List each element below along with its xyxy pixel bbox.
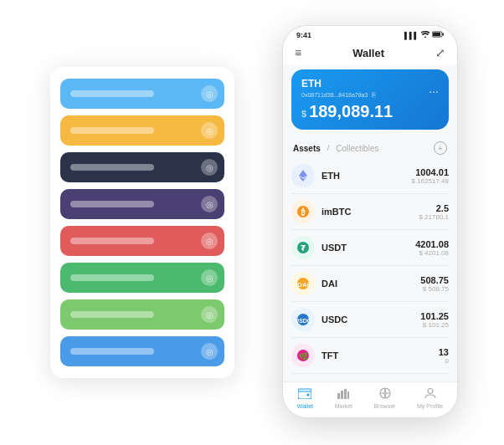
asset-item-eth[interactable]: ETH 1004.01 $ 162517.48 (291, 158, 449, 194)
tft-asset-name: TFT (321, 350, 439, 361)
svg-rect-19 (341, 391, 343, 399)
asset-list: ETH 1004.01 $ 162517.48 ₿ imBTC 2.5 $ 21… (283, 158, 457, 381)
bg-card-6: ◎ (60, 299, 224, 330)
imbtc-asset-name: imBTC (321, 207, 419, 217)
tft-asset-icon: 🌿 (291, 344, 315, 367)
imbtc-asset-amount: 2.5 (419, 203, 449, 213)
eth-asset-name: ETH (321, 171, 412, 181)
status-icons: ▌▌▌ (404, 31, 444, 39)
asset-item-usdt[interactable]: ₮ USDT 4201.08 $ 4201.08 (291, 230, 449, 266)
eth-asset-icon (291, 164, 315, 187)
svg-text:🌿: 🌿 (299, 351, 309, 361)
eth-card: ETH 0x08711d38...8418a78a3 ⎘ ... $189,08… (291, 69, 449, 130)
browser-nav-label: Browser (374, 403, 396, 409)
bg-card-2: ◎ (60, 152, 224, 182)
svg-rect-20 (344, 389, 347, 399)
svg-rect-16 (298, 389, 311, 399)
wifi-icon (421, 31, 429, 39)
svg-rect-1 (443, 33, 445, 36)
tft-asset-amount: 13 (439, 347, 449, 357)
bottom-nav: Wallet Market Browser My Profile (283, 381, 457, 417)
imbtc-asset-usd: $ 21760.1 (419, 213, 449, 221)
svg-text:DAI: DAI (297, 281, 309, 289)
status-time: 9:41 (296, 31, 311, 39)
assets-header: Assets / Collectibles + (283, 135, 457, 158)
market-nav-icon (337, 387, 349, 402)
copy-icon[interactable]: ⎘ (372, 91, 376, 99)
bg-card-4: ◎ (60, 226, 224, 256)
browser-nav-icon (379, 387, 391, 402)
status-bar: 9:41 ▌▌▌ (283, 26, 457, 43)
add-asset-button[interactable]: + (434, 141, 447, 155)
asset-item-usdc[interactable]: USDC USDC 101.25 $ 101.25 (291, 302, 449, 338)
profile-nav-icon (424, 387, 436, 402)
nav-bar: ≡ Wallet ⤢ (283, 43, 457, 64)
usdc-asset-amount: 101.25 (420, 311, 449, 321)
svg-rect-21 (347, 391, 349, 399)
bg-card-7: ◎ (60, 336, 224, 366)
eth-more-icon[interactable]: ... (429, 82, 439, 95)
assets-tab-active[interactable]: Assets (293, 144, 321, 153)
eth-card-title-group: ETH 0x08711d38...8418a78a3 ⎘ (301, 78, 376, 99)
background-phone: ◎◎◎◎◎◎◎◎ (50, 67, 234, 378)
assets-tab-collectibles[interactable]: Collectibles (336, 144, 378, 153)
assets-separator: / (327, 144, 330, 152)
dai-asset-amounts: 508.75 $ 508.75 (420, 275, 449, 293)
svg-text:USDC: USDC (296, 318, 310, 324)
svg-point-24 (428, 389, 433, 394)
eth-asset-usd: $ 162517.48 (412, 177, 450, 185)
bottom-nav-browser[interactable]: Browser (374, 387, 396, 409)
dai-asset-name: DAI (321, 279, 420, 289)
asset-item-tft[interactable]: 🌿 TFT 13 0 (291, 338, 449, 374)
asset-item-imbtc[interactable]: ₿ imBTC 2.5 $ 21760.1 (291, 194, 449, 230)
imbtc-asset-icon: ₿ (291, 200, 315, 223)
bg-card-3: ◎ (60, 189, 224, 219)
eth-balance: $189,089.11 (301, 102, 439, 121)
eth-card-title: ETH (301, 78, 376, 90)
signal-icon: ▌▌▌ (404, 32, 419, 39)
imbtc-asset-amounts: 2.5 $ 21760.1 (419, 203, 449, 221)
wallet-nav-label: Wallet (297, 403, 313, 409)
assets-tabs: Assets / Collectibles (293, 144, 378, 153)
battery-icon (432, 31, 444, 39)
eth-asset-amounts: 1004.01 $ 162517.48 (412, 167, 450, 185)
svg-rect-2 (433, 33, 440, 36)
dai-asset-usd: $ 508.75 (420, 285, 449, 293)
eth-card-address: 0x08711d38...8418a78a3 ⎘ (301, 91, 376, 99)
usdc-asset-amounts: 101.25 $ 101.25 (420, 311, 449, 329)
eth-asset-amount: 1004.01 (412, 167, 450, 177)
market-nav-label: Market (335, 403, 352, 409)
bottom-nav-profile[interactable]: My Profile (417, 387, 443, 409)
usdc-asset-icon: USDC (291, 308, 315, 331)
page-title: Wallet (352, 47, 384, 59)
bg-card-1: ◎ (60, 115, 224, 146)
svg-point-17 (307, 394, 310, 396)
dai-asset-icon: DAI (291, 272, 315, 295)
usdt-asset-amounts: 4201.08 $ 4201.08 (415, 239, 449, 257)
usdc-asset-name: USDC (321, 315, 420, 325)
svg-marker-3 (299, 170, 307, 178)
main-phone: 9:41 ▌▌▌ ≡ Wallet ⤢ ETH 0x08711d38...841… (282, 25, 458, 418)
usdc-asset-usd: $ 101.25 (420, 321, 449, 329)
svg-text:₮: ₮ (301, 244, 306, 253)
tft-asset-usd: 0 (439, 357, 449, 365)
wallet-nav-icon (298, 387, 311, 402)
usdt-asset-amount: 4201.08 (415, 239, 449, 249)
bg-card-5: ◎ (60, 263, 224, 293)
dai-asset-amount: 508.75 (420, 275, 449, 285)
tft-asset-amounts: 13 0 (439, 347, 449, 365)
bg-card-0: ◎ (60, 79, 224, 109)
menu-icon[interactable]: ≡ (295, 46, 301, 59)
usdt-asset-icon: ₮ (291, 236, 315, 259)
profile-nav-label: My Profile (417, 403, 443, 409)
bottom-nav-market[interactable]: Market (335, 387, 352, 409)
eth-card-header: ETH 0x08711d38...8418a78a3 ⎘ ... (301, 78, 439, 99)
expand-icon[interactable]: ⤢ (435, 46, 445, 59)
asset-item-dai[interactable]: DAI DAI 508.75 $ 508.75 (291, 266, 449, 302)
svg-rect-18 (337, 393, 340, 399)
usdt-asset-usd: $ 4201.08 (415, 249, 449, 257)
usdt-asset-name: USDT (321, 243, 415, 253)
bottom-nav-wallet[interactable]: Wallet (297, 387, 313, 409)
